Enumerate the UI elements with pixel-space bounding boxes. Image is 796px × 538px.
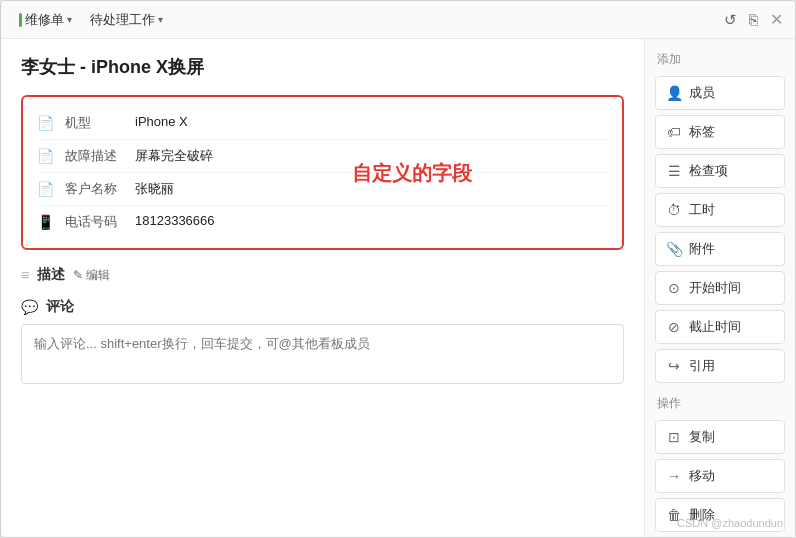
pending-work-label: 待处理工作: [90, 11, 155, 29]
customer-field-name: 客户名称: [65, 180, 125, 198]
edit-pencil-icon: ✎: [73, 268, 83, 282]
phone-field-icon: 📱: [37, 214, 55, 230]
history-icon[interactable]: ↺: [724, 11, 737, 29]
right-panel: 添加 👤 成员 🏷 标签 ☰ 检查项 ⏱ 工时 📎 附件 ⊙: [645, 39, 795, 537]
watermark: CSDN @zhaodundun: [677, 517, 783, 529]
description-header: ≡ 描述 ✎ 编辑: [21, 266, 624, 284]
attachment-label: 附件: [689, 240, 715, 258]
main-content: 李女士 - iPhone X换屏 自定义的字段 📄 机型 iPhone X 📄 …: [1, 39, 795, 537]
fault-field-name: 故障描述: [65, 147, 125, 165]
green-bar-icon: [19, 13, 22, 27]
reference-label: 引用: [689, 357, 715, 375]
phone-field-name: 电话号码: [65, 213, 125, 231]
member-label: 成员: [689, 84, 715, 102]
fault-field-icon: 📄: [37, 148, 55, 164]
machine-field-name: 机型: [65, 114, 125, 132]
reference-icon: ↪: [666, 358, 682, 374]
repair-order-label: 维修单: [25, 11, 64, 29]
add-member-button[interactable]: 👤 成员: [655, 76, 785, 110]
share-icon[interactable]: ⎘: [749, 11, 758, 28]
hours-label: 工时: [689, 201, 715, 219]
copy-button[interactable]: ⊡ 复制: [655, 420, 785, 454]
ops-section-title: 操作: [655, 395, 785, 412]
copy-icon: ⊡: [666, 429, 682, 445]
titlebar: 维修单 ▾ 待处理工作 ▾ ↺ ⎘ ✕: [1, 1, 795, 39]
pending-work-menu[interactable]: 待处理工作 ▾: [84, 9, 169, 31]
comment-header: 💬 评论: [21, 298, 624, 316]
add-deadline-button[interactable]: ⊘ 截止时间: [655, 310, 785, 344]
page-title: 李女士 - iPhone X换屏: [21, 55, 624, 79]
checklist-label: 检查项: [689, 162, 728, 180]
copy-label: 复制: [689, 428, 715, 446]
phone-field-value: 18123336666: [135, 213, 215, 228]
fields-card: 自定义的字段 📄 机型 iPhone X 📄 故障描述 屏幕完全破碎 📄 客户名…: [21, 95, 624, 250]
description-section: ≡ 描述 ✎ 编辑: [21, 266, 624, 284]
titlebar-left: 维修单 ▾ 待处理工作 ▾: [13, 9, 169, 31]
deadline-icon: ⊘: [666, 319, 682, 335]
field-row-fault: 📄 故障描述 屏幕完全破碎: [37, 140, 608, 173]
add-reference-button[interactable]: ↪ 引用: [655, 349, 785, 383]
repair-order-chevron: ▾: [67, 14, 72, 25]
hours-icon: ⏱: [666, 202, 682, 218]
field-row-phone: 📱 电话号码 18123336666: [37, 206, 608, 238]
customer-field-value: 张晓丽: [135, 180, 174, 198]
move-icon: →: [666, 468, 682, 484]
move-label: 移动: [689, 467, 715, 485]
checklist-icon: ☰: [666, 163, 682, 179]
tag-label: 标签: [689, 123, 715, 141]
description-section-icon: ≡: [21, 267, 29, 283]
add-hours-button[interactable]: ⏱ 工时: [655, 193, 785, 227]
comment-title: 评论: [46, 298, 74, 316]
add-start-time-button[interactable]: ⊙ 开始时间: [655, 271, 785, 305]
machine-field-icon: 📄: [37, 115, 55, 131]
left-panel: 李女士 - iPhone X换屏 自定义的字段 📄 机型 iPhone X 📄 …: [1, 39, 645, 537]
pending-work-chevron: ▾: [158, 14, 163, 25]
add-checklist-button[interactable]: ☰ 检查项: [655, 154, 785, 188]
machine-field-value: iPhone X: [135, 114, 188, 129]
add-section-title: 添加: [655, 51, 785, 68]
close-icon[interactable]: ✕: [770, 10, 783, 29]
move-button[interactable]: → 移动: [655, 459, 785, 493]
description-edit-btn[interactable]: ✎ 编辑: [73, 267, 110, 284]
field-row-customer: 📄 客户名称 张晓丽: [37, 173, 608, 206]
comment-section-icon: 💬: [21, 299, 38, 315]
start-time-icon: ⊙: [666, 280, 682, 296]
add-attachment-button[interactable]: 📎 附件: [655, 232, 785, 266]
field-row-machine: 📄 机型 iPhone X: [37, 107, 608, 140]
comment-section: 💬 评论: [21, 298, 624, 387]
edit-label: 编辑: [86, 267, 110, 284]
tag-icon: 🏷: [666, 124, 682, 140]
start-time-label: 开始时间: [689, 279, 741, 297]
member-icon: 👤: [666, 85, 682, 101]
deadline-label: 截止时间: [689, 318, 741, 336]
attachment-icon: 📎: [666, 241, 682, 257]
description-title: 描述: [37, 266, 65, 284]
customer-field-icon: 📄: [37, 181, 55, 197]
add-tag-button[interactable]: 🏷 标签: [655, 115, 785, 149]
fault-field-value: 屏幕完全破碎: [135, 147, 213, 165]
titlebar-right: ↺ ⎘ ✕: [724, 10, 783, 29]
repair-order-menu[interactable]: 维修单 ▾: [13, 9, 78, 31]
comment-input[interactable]: [21, 324, 624, 384]
